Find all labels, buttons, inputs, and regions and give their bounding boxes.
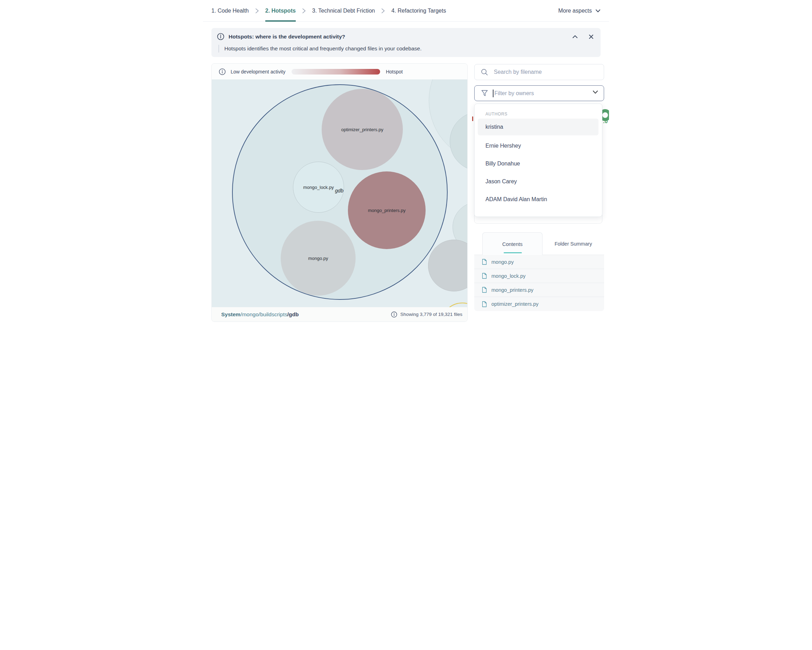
filter-by-owners-input[interactable]: Filter by owners (474, 85, 604, 101)
author-option-kristina[interactable]: kristina (478, 119, 598, 135)
path-root-link[interactable]: System (221, 311, 240, 317)
chevron-right-icon (302, 8, 306, 14)
authors-header: AUTHORS (485, 112, 508, 117)
nav-item-label: 3. Technical Debt Friction (312, 8, 375, 14)
info-icon (391, 311, 397, 318)
hotspot-map-panel: Low development activity Hotspot optimiz… (211, 63, 468, 322)
tab-label: Contents (502, 241, 522, 247)
bubble-label: mongo.py (308, 256, 328, 261)
file-link: mongo.py (491, 259, 514, 265)
author-label: ADAM David Alan Martin (485, 196, 547, 202)
more-aspects-label: More aspects (558, 8, 592, 14)
tab-contents[interactable]: Contents (482, 232, 542, 256)
hotspots-page: 1. Code Health 2. Hotspots 3. Technical … (203, 0, 609, 325)
file-link: mongo_printers.py (491, 287, 533, 293)
activity-gradient-scale (292, 69, 380, 75)
author-option-billy-donahue[interactable]: Billy Donahue (478, 155, 598, 172)
close-banner-button[interactable] (587, 33, 595, 41)
bubble-label: mongo_lock.py (303, 185, 334, 190)
text-cursor (493, 90, 493, 97)
search-placeholder: Search by filename (494, 69, 542, 75)
file-icon (482, 273, 487, 279)
file-row-mongo-py[interactable]: mongo.py (474, 255, 604, 269)
authors-dropdown: AUTHORS kristina Ernie Hershey Billy Don… (474, 104, 602, 217)
author-option-ernie-hershey[interactable]: Ernie Hershey (478, 137, 598, 154)
search-by-filename-input[interactable]: Search by filename (474, 64, 604, 80)
file-bubble-mongo-lock[interactable]: mongo_lock.py (293, 161, 344, 213)
bubble-label: optimizer_printers.py (341, 127, 384, 132)
path-current: /gdb (287, 311, 299, 317)
author-option-adam-david-alan-martin[interactable]: ADAM David Alan Martin (478, 191, 598, 208)
nav-item-technical-debt-friction[interactable]: 3. Technical Debt Friction (312, 0, 375, 21)
hotspots-info-banner: Hotspots: where is the development activ… (211, 28, 601, 57)
parent-folder-label: gdb (335, 188, 343, 193)
banner-quote-bar (218, 45, 219, 52)
contents-file-list: mongo.py mongo_lock.py mongo_printers.py… (474, 255, 604, 311)
nav-item-hotspots[interactable]: 2. Hotspots (265, 0, 296, 21)
path-middle-link[interactable]: /mongo/buildscripts (240, 311, 287, 317)
file-link: optimizer_printers.py (491, 301, 539, 307)
author-label: Jason Carey (485, 178, 517, 185)
chevron-down-icon (595, 9, 601, 12)
chevron-right-icon (255, 8, 259, 14)
tab-folder-summary[interactable]: Folder Summary (542, 232, 604, 255)
activity-legend: Low development activity Hotspot (212, 64, 467, 79)
banner-description: Hotspots identifies the most critical an… (224, 46, 421, 52)
file-row-mongo-printers-py[interactable]: mongo_printers.py (474, 283, 604, 297)
circle-packing-canvas: optimizer_printers.py mongo_lock.py mong… (212, 79, 468, 308)
author-label: kristina (485, 124, 503, 130)
code-health-score-fragment: .0 (603, 118, 607, 125)
banner-title: Hotspots: where is the development activ… (229, 33, 345, 40)
nav-item-label: 4. Refactoring Targets (391, 8, 446, 14)
active-tab-underline (504, 252, 522, 253)
author-option-jason-carey[interactable]: Jason Carey (478, 173, 598, 190)
tab-label: Folder Summary (554, 241, 592, 247)
bubble-label: mongo_printers.py (368, 208, 406, 213)
file-icon (482, 287, 487, 293)
file-link: mongo_lock.py (491, 273, 526, 279)
sidebar-tabs: Contents Folder Summary (474, 232, 604, 255)
filter-funnel-icon (481, 90, 488, 97)
info-icon (219, 68, 226, 75)
hidden-hotspot-text-sliver (472, 117, 473, 121)
file-icon (482, 301, 487, 307)
author-label: Ernie Hershey (485, 143, 521, 149)
aspect-breadcrumb: 1. Code Health 2. Hotspots 3. Technical … (211, 0, 446, 21)
file-bubble-mongo-py[interactable]: mongo.py (281, 221, 356, 295)
file-bubble-mongo-printers[interactable]: mongo_printers.py (348, 171, 426, 249)
file-icon (482, 259, 487, 265)
legend-hotspot-label: Hotspot (386, 69, 403, 75)
file-bubble-optimizer-printers[interactable]: optimizer_printers.py (322, 89, 403, 170)
chevron-right-icon (381, 8, 385, 14)
info-icon (217, 33, 224, 40)
nav-item-label: 2. Hotspots (265, 8, 296, 14)
search-icon (481, 69, 488, 76)
collapse-banner-button[interactable] (571, 33, 579, 41)
viz-footer: System/mongo/buildscripts/gdb Showing 3,… (212, 307, 467, 321)
path-breadcrumb: System/mongo/buildscripts/gdb (221, 311, 299, 318)
partial-bubble (428, 240, 468, 291)
filter-placeholder: Filter by owners (495, 90, 534, 97)
legend-low-label: Low development activity (230, 69, 285, 75)
more-aspects-button[interactable]: More aspects (558, 0, 601, 21)
nav-item-label: 1. Code Health (211, 8, 249, 14)
chevron-down-icon[interactable] (592, 90, 598, 94)
file-row-mongo-lock-py[interactable]: mongo_lock.py (474, 269, 604, 283)
nav-item-code-health[interactable]: 1. Code Health (211, 0, 249, 21)
files-shown-status: Showing 3,779 of 19,321 files (400, 312, 462, 317)
author-label: Billy Donahue (485, 161, 520, 167)
nav-item-refactoring-targets[interactable]: 4. Refactoring Targets (391, 0, 446, 21)
file-row-optimizer-printers-py[interactable]: optimizer_printers.py (474, 297, 604, 311)
top-navigation: 1. Code Health 2. Hotspots 3. Technical … (203, 0, 609, 22)
